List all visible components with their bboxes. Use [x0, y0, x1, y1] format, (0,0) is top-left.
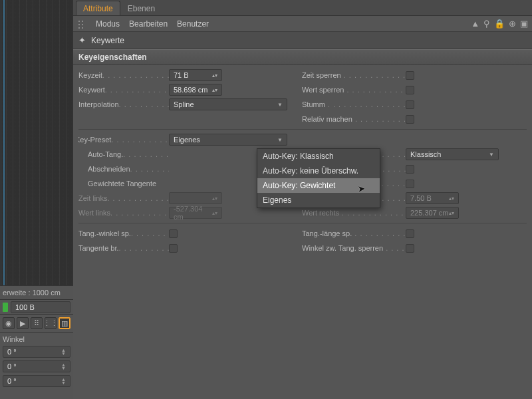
label-wert-links: Wert links [78, 209, 110, 217]
checkbox-stumm[interactable] [406, 100, 414, 109]
stepper-icon[interactable]: ▴▾ [212, 210, 217, 216]
checkbox-zeit-sperren[interactable] [406, 71, 414, 80]
stepper-icon[interactable]: ▴▾ [212, 72, 217, 78]
section-keyeigenschaften[interactable]: Keyeigenschaften [73, 49, 532, 65]
panel-tabs: Attribute Ebenen [73, 0, 532, 16]
keys-icon[interactable]: ⠿ [31, 317, 43, 329]
label-tangente-br: Tangente br. [78, 244, 119, 252]
preset-option-keine-ueberschw[interactable]: Auto-Key: keine Überschw. [257, 164, 380, 178]
value-steigung: Klassisch [410, 150, 441, 158]
stepper-arrows-icon[interactable]: ▲▼ [61, 348, 66, 355]
tab-ebenen[interactable]: Ebenen [120, 1, 162, 15]
label-zeit-sperren: Zeit sperren [302, 71, 341, 79]
new-tab-icon[interactable]: ⊕ [509, 19, 516, 29]
stepper-arrows-icon[interactable]: ▲▼ [61, 363, 66, 370]
label-interpolation: Interpolation [78, 100, 119, 108]
maximize-icon[interactable]: ▣ [520, 19, 528, 29]
label-relativ: Relativ machen [302, 115, 352, 123]
value-zeit-rechts: 7.50 B [410, 194, 432, 202]
value-wert-rechts: 225.307 cm [410, 209, 448, 217]
divider [78, 223, 527, 223]
checkbox-relativ[interactable] [406, 115, 414, 124]
angle-h-field[interactable]: 0 ° ▲▼ [3, 346, 70, 358]
key-preset-dropdown-menu: Auto-Key: Klassisch Auto-Key: keine Über… [257, 148, 380, 208]
lock-icon[interactable]: 🔒 [494, 19, 505, 29]
field-wert-links[interactable]: -527.304 cm▴▾ [169, 207, 222, 219]
angle-h-value: 0 ° [7, 348, 17, 356]
winkel-section-label: Winkel [0, 332, 73, 344]
value-keywert: 58.698 cm [174, 86, 207, 94]
checkbox-ueberschw-entfernen[interactable] [406, 165, 414, 174]
stepper-icon[interactable]: ▴▾ [212, 196, 217, 201]
label-stumm: Stumm [302, 100, 325, 108]
select-key-preset[interactable]: Eigenes▼ [169, 134, 287, 146]
nav-up-icon[interactable]: ▲ [471, 19, 479, 29]
timeline-grid[interactable] [0, 0, 73, 286]
angle-p-value: 0 ° [7, 362, 17, 370]
checkbox-auto-wichtung[interactable] [406, 180, 414, 188]
stepper-icon[interactable]: ▴▾ [212, 87, 217, 93]
menubar: Modus Bearbeiten Benutzer ▲ ⚲ 🔒 ⊕ ▣ [73, 16, 532, 32]
field-keywert[interactable]: 58.698 cm▴▾ [169, 84, 222, 96]
mouse-cursor-icon: ➤ [357, 183, 366, 194]
label-zeit-links: Zeit links [78, 194, 107, 202]
key-icon: ✦ [78, 35, 86, 45]
playhead-line[interactable] [3, 0, 5, 285]
checkbox-winkel-zw-tang[interactable] [406, 244, 414, 253]
end-frame-value: 100 B [15, 303, 35, 311]
select-steigung[interactable]: Klassisch▼ [406, 148, 499, 160]
menu-modus[interactable]: Modus [96, 19, 120, 29]
object-title: Keywerte [91, 36, 124, 45]
value-key-preset: Eigenes [174, 136, 200, 144]
checkbox-tangente-br[interactable] [169, 244, 178, 253]
stepper-arrows-icon[interactable]: ▲▼ [61, 378, 66, 384]
checkbox-tang-laenge-sp[interactable] [406, 229, 414, 238]
angle-p-field[interactable]: 0 ° ▲▼ [3, 360, 70, 372]
label-keyzeit: Keyzeit [78, 71, 102, 79]
angle-b-value: 0 ° [7, 377, 17, 385]
divider [78, 129, 527, 130]
angle-b-field[interactable]: 0 ° ▲▼ [3, 375, 70, 387]
film-icon[interactable]: ▥ [59, 317, 70, 329]
menu-benutzer[interactable]: Benutzer [177, 19, 209, 29]
value-interpolation: Spline [174, 100, 194, 108]
field-wert-rechts[interactable]: 225.307 cm▴▾ [406, 207, 459, 219]
left-timeline-strip: erweite : 1000 cm 100 B ◉ ▶ ⠿ ⋮⋮ ▥ Winke… [0, 0, 73, 399]
preset-option-eigenes[interactable]: Eigenes [257, 193, 380, 207]
preset-option-klassisch[interactable]: Auto-Key: Klassisch [257, 149, 380, 164]
menu-bearbeiten[interactable]: Bearbeiten [129, 19, 168, 29]
record-icon[interactable]: ◉ [3, 317, 15, 329]
select-interpolation[interactable]: Spline▼ [169, 98, 287, 110]
end-frame-field[interactable]: 100 B [11, 301, 70, 313]
search-icon[interactable]: ⚲ [483, 19, 490, 29]
dots-icon[interactable]: ⋮⋮ [45, 317, 57, 329]
play-icon[interactable]: ▶ [17, 317, 29, 329]
field-zeit-rechts[interactable]: 7.50 B▴▾ [406, 192, 459, 204]
stepper-icon[interactable]: ▴▾ [449, 196, 454, 201]
label-tang-laenge-sp: Tang.-länge sp. [302, 229, 352, 237]
label-winkel-zw-tang: Winkel zw. Tang. sperren [302, 244, 383, 252]
label-gew-tangente: Gewichtete Tangente [88, 180, 156, 188]
value-keyzeit: 71 B [174, 71, 189, 79]
checkbox-tang-winkel-sp[interactable] [169, 229, 178, 238]
label-tang-winkel-sp: Tang.-winkel sp. [78, 229, 131, 237]
checkbox-wert-sperren[interactable] [406, 86, 414, 94]
stepper-icon[interactable]: ▴▾ [449, 210, 454, 216]
tab-attribute[interactable]: Attribute [76, 1, 120, 15]
label-wert-rechts: Wert rechts [302, 209, 339, 217]
play-range-start-handle[interactable] [3, 303, 8, 312]
label-auto-tang: Auto-Tang. [88, 150, 123, 158]
grid-spacing-label: erweite : 1000 cm [0, 286, 73, 300]
field-keyzeit[interactable]: 71 B▴▾ [169, 69, 222, 81]
menubar-right-icons: ▲ ⚲ 🔒 ⊕ ▣ [471, 19, 528, 29]
label-abschneiden: Abschneiden [88, 165, 130, 173]
chevron-down-icon: ▼ [277, 102, 283, 108]
label-key-preset: Key-Preset [78, 136, 111, 144]
value-wert-links: -527.304 cm [174, 205, 212, 221]
label-wert-sperren: Wert sperren [302, 86, 344, 94]
field-zeit-links[interactable]: ▴▾ [169, 192, 222, 204]
label-keywert: Keywert [78, 86, 105, 94]
grip-icon[interactable] [77, 19, 86, 29]
object-title-bar: ✦ Keywerte [73, 32, 532, 49]
chevron-down-icon: ▼ [489, 152, 494, 158]
